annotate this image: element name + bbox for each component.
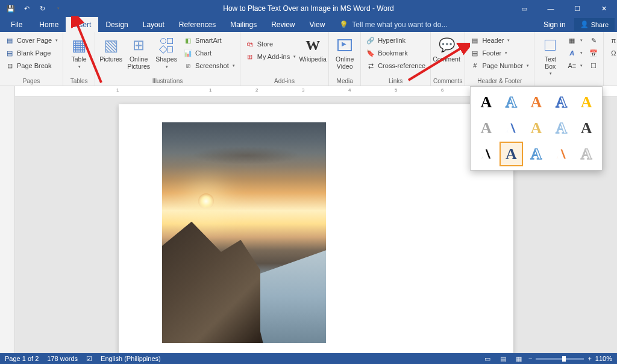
equation-button[interactable]: πEquation [606, 34, 617, 46]
object-button[interactable]: ☐ [586, 60, 601, 72]
wordart-style-14[interactable]: A [550, 142, 574, 166]
status-proofing-icon[interactable]: ☑ [86, 355, 92, 363]
vertical-ruler [0, 86, 15, 353]
status-language[interactable]: English (Philippines) [101, 355, 161, 362]
wordart-style-4[interactable]: A [550, 90, 574, 115]
redo-icon[interactable]: ↻ [35, 2, 49, 15]
group-addins: 🛍Store ⊞My Add-ins WWikipedia Add-ins [240, 32, 329, 86]
tab-layout[interactable]: Layout [136, 17, 172, 32]
online-video-button[interactable]: Online Video [331, 34, 358, 71]
sign-in-link[interactable]: Sign in [537, 20, 572, 29]
wordart-button[interactable]: A [565, 47, 585, 59]
cross-reference-icon: ⇄ [366, 61, 375, 71]
chart-icon: 📊 [183, 48, 193, 58]
tab-insert[interactable]: Insert [66, 17, 98, 32]
ribbon-options-icon[interactable]: ▭ [511, 0, 537, 17]
wordart-style-8[interactable]: A [524, 116, 548, 141]
header-button[interactable]: ▤Header [468, 34, 531, 46]
wordart-style-2[interactable]: A [500, 90, 524, 115]
share-label: Share [591, 21, 609, 28]
cross-reference-button[interactable]: ⇄Cross-reference [363, 60, 428, 72]
tab-references[interactable]: References [172, 17, 223, 32]
hyperlink-button[interactable]: 🔗Hyperlink [363, 34, 428, 46]
screenshot-button[interactable]: ⎚Screenshot [181, 60, 237, 72]
wordart-style-11[interactable]: A [474, 142, 498, 166]
store-button[interactable]: 🛍Store [243, 38, 298, 50]
hyperlink-icon: 🔗 [366, 36, 375, 45]
status-page[interactable]: Page 1 of 2 [5, 355, 39, 362]
wordart-style-10[interactable]: A [574, 116, 598, 141]
drop-cap-button[interactable]: A≡ [565, 60, 585, 72]
wordart-style-12[interactable]: A [500, 142, 524, 166]
tab-design[interactable]: Design [98, 17, 135, 32]
minimize-icon[interactable]: — [537, 0, 564, 17]
date-time-button[interactable]: 📅 [586, 47, 601, 59]
bookmark-button[interactable]: 🔖Bookmark [363, 47, 428, 59]
quick-parts-button[interactable]: ▦ [565, 34, 585, 46]
zoom-slider-thumb[interactable] [562, 356, 566, 362]
pictures-button[interactable]: Pictures [98, 34, 124, 64]
text-box-button[interactable]: TextBox [537, 34, 563, 77]
zoom-slider[interactable] [536, 358, 584, 360]
undo-icon[interactable]: ↶ [19, 2, 34, 15]
cover-page-icon [5, 36, 14, 45]
table-button[interactable]: Table [66, 34, 92, 71]
group-header-footer: ▤Header ▤Footer #Page Number Header & Fo… [465, 32, 534, 86]
footer-button[interactable]: ▤Footer [468, 47, 531, 59]
group-text: TextBox ▦ A A≡ ✎ 📅 ☐ [534, 32, 604, 86]
inserted-image[interactable] [162, 122, 326, 343]
image-sun-detail [198, 193, 214, 209]
wordart-icon: A [567, 48, 577, 58]
online-pictures-icon [129, 36, 148, 55]
blank-page-button[interactable]: Blank Page [2, 47, 60, 59]
group-label-media: Media [331, 77, 358, 86]
save-icon[interactable]: 💾 [4, 2, 18, 15]
wordart-style-3[interactable]: A [524, 90, 548, 115]
wordart-style-6[interactable]: A [474, 116, 498, 141]
view-read-mode-button[interactable]: ▭ [481, 354, 493, 363]
cover-page-button[interactable]: Cover Page [2, 34, 60, 46]
page-break-button[interactable]: ⊟Page Break [2, 60, 60, 72]
tab-review[interactable]: Review [264, 17, 302, 32]
symbol-button[interactable]: ΩSymbol [606, 47, 617, 59]
tell-me-search[interactable]: 💡 Tell me what you want to do... [332, 17, 454, 32]
wordart-style-15[interactable]: A [574, 142, 598, 166]
comment-button[interactable]: 💬Comment [433, 34, 460, 64]
wikipedia-button[interactable]: WWikipedia [299, 34, 326, 64]
tab-view[interactable]: View [302, 17, 333, 32]
title-bar: 💾 ↶ ↻ How to Place Text Over an Image in… [0, 0, 617, 17]
share-button[interactable]: 👤 Share [574, 18, 615, 31]
shapes-button[interactable]: Shapes [153, 34, 180, 71]
view-web-layout-button[interactable]: ▦ [513, 354, 525, 363]
zoom-in-button[interactable]: + [587, 355, 591, 362]
maximize-icon[interactable]: ☐ [564, 0, 590, 17]
close-icon[interactable]: ✕ [590, 0, 617, 17]
group-label-text [537, 77, 601, 86]
ruler-tick: 2 [255, 87, 258, 93]
tab-file[interactable]: File [4, 17, 30, 32]
text-box-icon [540, 36, 560, 55]
wordart-style-1[interactable]: A [474, 90, 498, 115]
signature-icon: ✎ [589, 36, 598, 45]
wordart-style-7[interactable]: A [500, 116, 524, 141]
wordart-style-9[interactable]: A [550, 116, 574, 141]
wordart-style-5[interactable]: A [574, 90, 598, 115]
wordart-style-13[interactable]: A [524, 142, 548, 166]
smartart-button[interactable]: ◧SmartArt [181, 34, 237, 46]
qat-customize-icon[interactable] [51, 2, 65, 15]
tab-home[interactable]: Home [32, 17, 66, 32]
zoom-out-button[interactable]: − [528, 355, 532, 362]
my-addins-button[interactable]: ⊞My Add-ins [243, 51, 298, 63]
chart-button[interactable]: 📊Chart [181, 47, 237, 59]
online-pictures-button[interactable]: Online Pictures [125, 34, 152, 71]
pictures-icon [101, 36, 121, 55]
table-icon [69, 36, 89, 55]
document-area: 1123456 Lorem ipsum dolor sit amet, cons… [0, 86, 617, 353]
wordart-gallery: AAAAAAAAAAAAAAA [470, 86, 603, 171]
view-print-layout-button[interactable]: ▤ [497, 354, 509, 363]
status-word-count[interactable]: 178 words [47, 355, 78, 362]
zoom-level[interactable]: 110% [595, 355, 612, 362]
page-number-button[interactable]: #Page Number [468, 60, 531, 72]
signature-line-button[interactable]: ✎ [586, 34, 601, 46]
tab-mailings[interactable]: Mailings [223, 17, 264, 32]
